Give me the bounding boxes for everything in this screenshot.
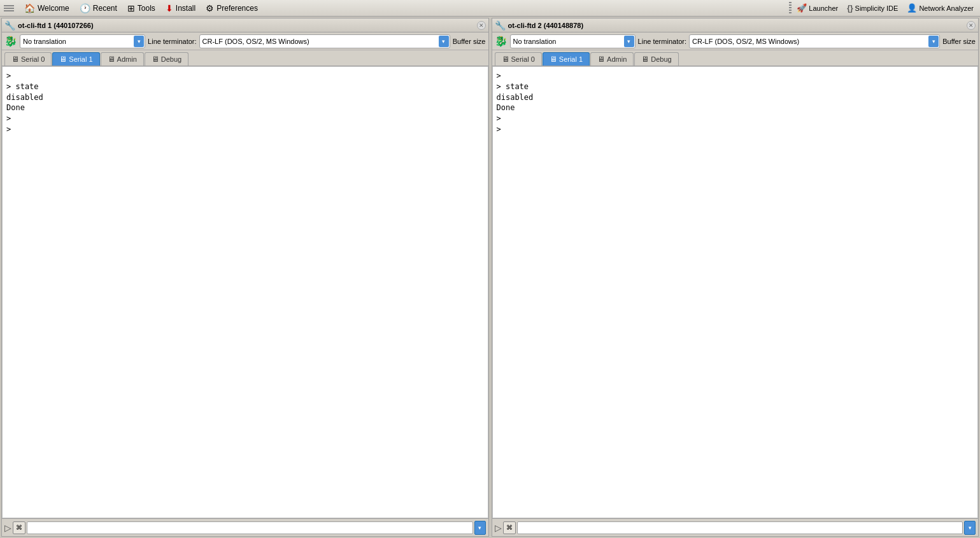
panel1-lineterminator-label: Line terminator: xyxy=(148,38,196,45)
menu-welcome-label: Welcome xyxy=(38,4,69,13)
simplicity-ide-icon: {} xyxy=(847,4,853,13)
panel1-send-button[interactable]: ▾ xyxy=(474,521,486,535)
panel2-cmd-icon[interactable]: ⌘ xyxy=(503,521,516,534)
network-analyzer-label: Network Analyzer xyxy=(919,4,974,12)
panel1-close-button[interactable]: ✕ xyxy=(477,21,486,30)
panel2-serial1-icon: 🖥 xyxy=(550,55,557,64)
panel1-titlebar: 🔧 ot-cli-ftd 1 (440107266) ✕ xyxy=(2,18,488,32)
panel2-tab-serial1-label: Serial 1 xyxy=(559,55,583,63)
grip-left xyxy=(3,3,15,14)
panel2-icon: 🔧 xyxy=(495,20,506,31)
simplicity-ide-label: Simplicity IDE xyxy=(855,4,898,12)
panel1-input-field[interactable] xyxy=(27,521,473,534)
panel2-lineterminator-wrapper: CR-LF (DOS, OS/2, MS Windows) ▾ xyxy=(689,34,940,48)
panel2-debug-icon: 🖥 xyxy=(641,55,649,64)
menu-tools[interactable]: ⊞ Tools xyxy=(122,2,160,15)
panel1-terminal-content: > > state disabled Done > > xyxy=(6,71,484,135)
menu-recent-label: Recent xyxy=(93,4,117,13)
panel1-title: ot-cli-ftd 1 (440107266) xyxy=(18,22,474,29)
panel2-prompt-icon: ▷ xyxy=(495,523,502,533)
panel2-translation-icon: 🐉 xyxy=(495,35,508,47)
menu-install-label: Install xyxy=(176,4,195,13)
menu-install[interactable]: ⬇ Install xyxy=(160,2,201,15)
menu-network-analyzer[interactable]: 👤 Network Analyzer xyxy=(903,2,977,14)
panel2-input-field[interactable] xyxy=(517,521,963,534)
panel1-translation-select[interactable]: No translation xyxy=(20,34,145,48)
menu-preferences[interactable]: ⚙ Preferences xyxy=(201,2,263,15)
panel2-tab-admin[interactable]: 🖥 Admin xyxy=(590,52,634,66)
menu-tools-label: Tools xyxy=(138,4,155,13)
panel1-icon: 🔧 xyxy=(4,20,15,31)
panel1-lineterminator-select[interactable]: CR-LF (DOS, OS/2, MS Windows) xyxy=(199,34,450,48)
panel1-cmd-icon[interactable]: ⌘ xyxy=(13,521,25,534)
install-icon: ⬇ xyxy=(166,3,173,13)
panel2-tab-serial0-label: Serial 0 xyxy=(511,55,535,63)
home-icon: 🏠 xyxy=(24,3,35,13)
panel2-terminal[interactable]: > > state disabled Done > > xyxy=(492,66,979,518)
panel2-admin-icon: 🖥 xyxy=(597,55,605,64)
panel2-tab-admin-label: Admin xyxy=(607,55,627,63)
panel1-tab-debug-label: Debug xyxy=(161,55,181,63)
panel1-tab-serial0-label: Serial 0 xyxy=(21,55,45,63)
panel1-tab-serial0[interactable]: 🖥 Serial 0 xyxy=(4,52,52,66)
panel1-terminal[interactable]: > > state disabled Done > > xyxy=(2,66,488,518)
launcher-icon: 🚀 xyxy=(797,3,807,13)
panel2-buffersize-label: Buffer size xyxy=(942,38,976,45)
panel1-input-bar: ▷ ⌘ ▾ xyxy=(2,518,488,536)
serial0-icon: 🖥 xyxy=(11,55,19,64)
panel2-lineterminator-select[interactable]: CR-LF (DOS, OS/2, MS Windows) xyxy=(689,34,940,48)
panel1-tabs: 🖥 Serial 0 🖥 Serial 1 🖥 Admin 🖥 Debug xyxy=(2,50,488,66)
main-area: 🔧 ot-cli-ftd 1 (440107266) ✕ 🐉 No transl… xyxy=(0,17,980,538)
panel1-tab-serial1[interactable]: 🖥 Serial 1 xyxy=(52,52,99,66)
network-analyzer-icon: 👤 xyxy=(907,3,917,13)
launcher-label: Launcher xyxy=(809,4,838,12)
panel2-tab-serial1[interactable]: 🖥 Serial 1 xyxy=(543,52,590,66)
menu-prefs-label: Preferences xyxy=(217,4,258,13)
panel1-translation-icon: 🐉 xyxy=(4,35,17,47)
panel2-tabs: 🖥 Serial 0 🖥 Serial 1 🖥 Admin 🖥 Debug xyxy=(492,50,979,66)
panel1-tab-admin[interactable]: 🖥 Admin xyxy=(101,52,144,66)
menu-recent[interactable]: 🕐 Recent xyxy=(75,2,122,15)
panel1-prompt-icon: ▷ xyxy=(4,523,11,533)
panel2-send-button[interactable]: ▾ xyxy=(964,521,976,535)
panel2-serial0-icon: 🖥 xyxy=(502,55,509,64)
panel1: 🔧 ot-cli-ftd 1 (440107266) ✕ 🐉 No transl… xyxy=(1,18,489,537)
menu-launcher[interactable]: 🚀 Launcher xyxy=(793,2,842,14)
prefs-icon: ⚙ xyxy=(206,3,214,13)
panel2-close-button[interactable]: ✕ xyxy=(967,21,976,30)
panel1-translation-bar: 🐉 No translation ▾ Line terminator: CR-L… xyxy=(2,32,488,50)
recent-icon: 🕐 xyxy=(80,3,90,13)
menu-welcome[interactable]: 🏠 Welcome xyxy=(19,2,75,15)
panel2-tab-serial0[interactable]: 🖥 Serial 0 xyxy=(495,52,542,66)
panel2-translation-wrapper: No translation ▾ xyxy=(510,34,636,48)
panel1-tab-serial1-label: Serial 1 xyxy=(69,55,92,63)
grip-right xyxy=(789,2,792,15)
panel2-translation-bar: 🐉 No translation ▾ Line terminator: CR-L… xyxy=(492,32,979,50)
panel1-tab-debug[interactable]: 🖥 Debug xyxy=(145,52,188,66)
panel2-tab-debug-label: Debug xyxy=(651,55,671,63)
panel1-lineterminator-wrapper: CR-LF (DOS, OS/2, MS Windows) ▾ xyxy=(199,34,450,48)
panel2-tab-debug[interactable]: 🖥 Debug xyxy=(634,52,678,66)
panel1-translation-wrapper: No translation ▾ xyxy=(20,34,145,48)
panel2: 🔧 ot-cli-ftd 2 (440148878) ✕ 🐉 No transl… xyxy=(492,18,979,537)
menu-simplicity-ide[interactable]: {} Simplicity IDE xyxy=(843,3,902,14)
tools-icon: ⊞ xyxy=(127,3,135,13)
menu-right: 🚀 Launcher {} Simplicity IDE 👤 Network A… xyxy=(793,2,977,14)
serial1-icon: 🖥 xyxy=(59,55,67,64)
panel2-input-bar: ▷ ⌘ ▾ xyxy=(492,518,979,536)
panel2-translation-select[interactable]: No translation xyxy=(510,34,636,48)
admin-icon: 🖥 xyxy=(108,55,115,64)
menubar: 🏠 Welcome 🕐 Recent ⊞ Tools ⬇ Install ⚙ P… xyxy=(0,0,980,17)
panel1-buffersize-label: Buffer size xyxy=(453,38,486,45)
panel2-titlebar: 🔧 ot-cli-ftd 2 (440148878) ✕ xyxy=(492,18,979,32)
panel2-terminal-content: > > state disabled Done > > xyxy=(497,71,974,135)
panel2-lineterminator-label: Line terminator: xyxy=(638,38,686,45)
panel2-title: ot-cli-ftd 2 (440148878) xyxy=(508,22,965,29)
debug-icon: 🖥 xyxy=(152,55,159,64)
panel1-tab-admin-label: Admin xyxy=(117,55,137,63)
